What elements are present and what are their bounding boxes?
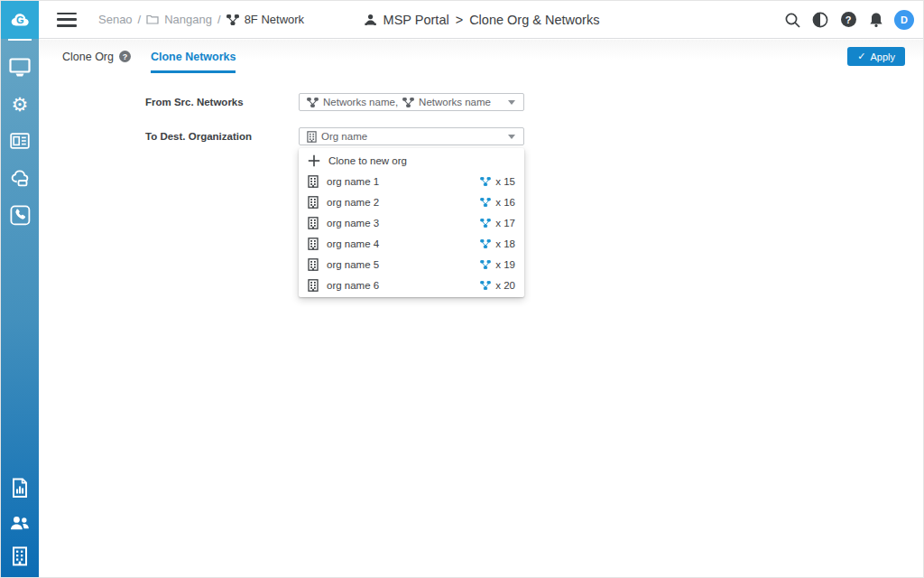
sidebar-item-voip[interactable] <box>1 203 39 227</box>
network-count: x 20 <box>480 280 515 291</box>
menu-item-org[interactable]: org name 2 x 16 <box>299 191 524 212</box>
menu-toggle-button[interactable] <box>57 13 77 27</box>
folder-icon <box>146 14 159 25</box>
building-icon <box>308 238 319 250</box>
users-icon <box>10 514 30 530</box>
plus-icon <box>308 154 320 167</box>
page-name: Clone Org & Networks <box>469 13 599 27</box>
org-name: org name 6 <box>327 280 379 291</box>
header-actions: ? D <box>782 10 914 30</box>
menu-item-clone-to-new-org[interactable]: Clone to new org <box>299 150 524 171</box>
avatar[interactable]: D <box>894 10 914 30</box>
sidebar: G ⚙ <box>1 1 39 578</box>
building-icon <box>12 546 28 566</box>
tab-clone-org-label: Clone Org <box>62 51 114 63</box>
org-dropdown-menu: Clone to new org org name 1 x 15 org nam… <box>299 148 524 297</box>
breadcrumb: Senao / Nangang / 8F Network <box>98 13 304 26</box>
org-name: org name 2 <box>327 197 379 208</box>
org-name: org name 4 <box>327 238 379 249</box>
sidebar-item-reports[interactable] <box>1 476 39 499</box>
news-icon <box>10 132 30 150</box>
building-icon <box>308 217 319 229</box>
org-name: org name 1 <box>327 176 379 187</box>
network-icon <box>480 177 491 186</box>
menu-item-org[interactable]: org name 5 x 19 <box>299 254 524 275</box>
menu-item-org[interactable]: org name 6 x 20 <box>299 275 524 295</box>
network-count: x 15 <box>480 176 515 187</box>
network-count-value: x 19 <box>495 259 515 270</box>
sidebar-item-monitoring[interactable] <box>1 55 39 79</box>
network-icon <box>480 281 491 290</box>
network-count-value: x 16 <box>495 197 515 208</box>
src-network-value-1: Networks name, <box>323 97 398 107</box>
menu-item-org[interactable]: org name 4 x 18 <box>299 233 524 254</box>
page-title: MSP Portal > Clone Org & Networks <box>365 13 600 27</box>
chevron-down-icon <box>508 135 515 139</box>
dest-org-label: To Dest. Organization <box>145 131 252 142</box>
report-icon <box>10 478 30 499</box>
src-networks-select[interactable]: Networks name, Networks name <box>299 93 524 111</box>
network-count: x 16 <box>480 197 515 208</box>
building-icon <box>308 175 319 188</box>
network-icon <box>226 14 239 25</box>
building-icon <box>307 131 317 143</box>
breadcrumb-network[interactable]: 8F Network <box>245 13 304 26</box>
help-icon[interactable]: ? <box>838 10 858 30</box>
menu-item-org[interactable]: org name 3 x 17 <box>299 212 524 233</box>
sidebar-item-settings[interactable]: ⚙ <box>1 92 39 116</box>
network-count-value: x 18 <box>495 238 515 249</box>
src-network-value-2: Networks name <box>419 97 491 107</box>
network-icon <box>480 198 491 207</box>
phone-icon <box>10 205 31 226</box>
tab-clone-org[interactable]: Clone Org ? <box>62 40 131 73</box>
network-icon <box>480 219 491 228</box>
gear-icon: ⚙ <box>12 95 29 114</box>
building-icon <box>308 279 319 292</box>
menu-item-org[interactable]: org name 1 x 15 <box>299 171 524 191</box>
building-icon <box>308 196 319 209</box>
tab-clone-networks-label: Clone Networks <box>151 51 236 63</box>
org-name: org name 5 <box>327 259 379 270</box>
search-icon[interactable] <box>782 10 802 30</box>
src-networks-label: From Src. Networks <box>145 97 244 107</box>
brand-logo[interactable]: G <box>1 1 39 39</box>
breadcrumb-site[interactable]: Nangang <box>164 13 212 26</box>
sidebar-item-cloud-devices[interactable] <box>1 166 39 190</box>
breadcrumb-org[interactable]: Senao <box>98 13 133 26</box>
cloud-logo-icon: G <box>8 9 32 31</box>
network-count: x 18 <box>480 238 515 249</box>
clone-to-new-org-label: Clone to new org <box>328 155 407 166</box>
portal-title: MSP Portal <box>383 13 449 27</box>
breadcrumb-separator: / <box>217 13 221 26</box>
breadcrumb-separator: / <box>138 13 142 26</box>
tab-clone-networks[interactable]: Clone Networks <box>151 40 236 73</box>
title-separator: > <box>456 13 463 27</box>
dest-org-value: Org name <box>321 131 367 142</box>
check-icon: ✓ <box>857 51 865 62</box>
network-icon <box>307 98 319 107</box>
notifications-icon[interactable] <box>866 10 886 30</box>
sidebar-item-news[interactable] <box>1 129 39 153</box>
clone-org-help-icon[interactable]: ? <box>119 51 131 62</box>
msp-user-icon <box>365 14 377 25</box>
sidebar-item-organizations[interactable] <box>1 545 39 568</box>
network-count: x 19 <box>480 259 515 270</box>
network-count-value: x 15 <box>495 176 515 187</box>
apply-button-label: Apply <box>870 51 895 62</box>
org-name: org name 3 <box>327 218 379 228</box>
apply-button[interactable]: ✓ Apply <box>847 47 905 66</box>
sidebar-item-users[interactable] <box>1 510 39 534</box>
monitor-icon <box>9 57 31 78</box>
top-header: Senao / Nangang / 8F Network MSP Portal … <box>39 1 924 39</box>
network-count-value: x 17 <box>495 218 515 228</box>
app-window: G ⚙ <box>0 0 924 578</box>
sidebar-divider <box>8 39 32 41</box>
cloud-sync-icon <box>11 169 30 187</box>
chevron-down-icon <box>508 100 515 105</box>
dest-org-select[interactable]: Org name <box>299 127 524 145</box>
building-icon <box>308 258 319 271</box>
network-icon <box>480 239 491 248</box>
network-count: x 17 <box>480 218 515 228</box>
network-count-value: x 20 <box>495 280 515 291</box>
contrast-icon[interactable] <box>810 10 830 30</box>
